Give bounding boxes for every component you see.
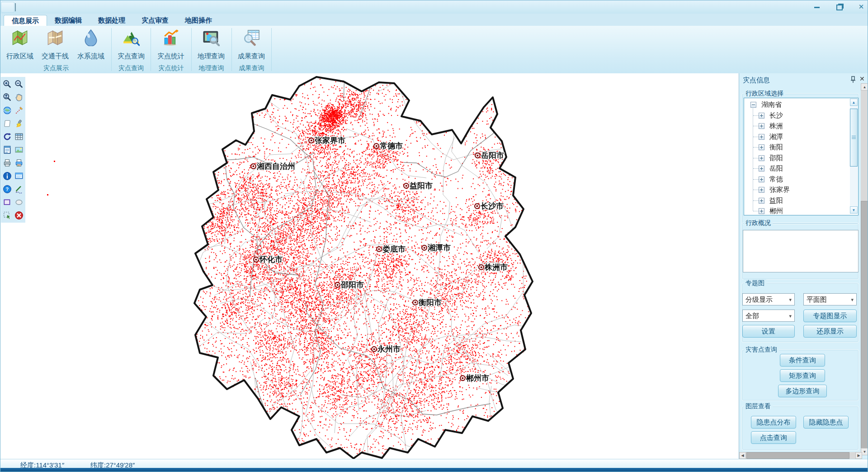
ribbon-group-label-灾点统计: 灾点统计 (152, 63, 190, 72)
tree-item-张家界[interactable]: 张家界 (744, 184, 848, 195)
minimize-button[interactable] (809, 2, 825, 12)
page-tool[interactable] (3, 119, 13, 129)
rect-shape-tool[interactable] (3, 198, 13, 208)
overview-textarea[interactable] (743, 230, 859, 272)
city-marker-衡阳市 (412, 300, 418, 305)
thematic-show-button[interactable]: 专题图显示 (803, 310, 857, 322)
ribbon-group-separator (151, 28, 151, 71)
zoom-out-icon (14, 80, 24, 89)
city-label-长沙市: 长沙市 (481, 201, 504, 211)
admin-region-icon (11, 29, 28, 46)
tree-item-长沙[interactable]: 长沙 (744, 110, 848, 121)
city-marker-郴州市 (460, 375, 466, 381)
ribbon-button-行政区域[interactable]: 行政区域 (3, 27, 37, 62)
ribbon-button-水系流域[interactable]: 水系流域 (74, 27, 108, 62)
tree-item-邵阳[interactable]: 邵阳 (744, 153, 848, 163)
panel-vertical-scrollbar[interactable]: ▲ ▼ (861, 83, 868, 455)
panel-title: 灾点信息 (743, 76, 770, 85)
title-bar: ✕ (0, 0, 868, 14)
zoom-out-tool[interactable] (14, 80, 24, 90)
restore-button[interactable] (832, 2, 847, 12)
doc-list-tool[interactable] (3, 145, 13, 155)
ribbon-button-灾点统计[interactable]: 灾点统计 (154, 27, 188, 62)
ribbon-group-label-灾点展示: 灾点展示 (2, 63, 110, 72)
ribbon: 行政区域交通干线水系流域灾点展示灾点查询灾点查询灾点统计灾点统计地理查询地理查询… (0, 26, 868, 74)
close-button[interactable]: ✕ (854, 2, 868, 12)
image-tool[interactable] (14, 145, 24, 155)
panel-close-icon[interactable]: ✕ (859, 75, 865, 82)
ribbon-group-separator (111, 28, 112, 71)
ellipse-shape-tool[interactable] (14, 198, 24, 208)
close-red-tool[interactable] (14, 211, 24, 221)
printer-tool[interactable] (3, 158, 13, 168)
pan-tool[interactable] (14, 93, 24, 103)
tree-item-株洲[interactable]: 株洲 (744, 120, 848, 131)
refresh-tool[interactable] (3, 132, 13, 142)
tree-item-湘潭[interactable]: 湘潭 (744, 131, 848, 142)
close-red-icon (14, 211, 24, 220)
ribbon-button-交通干线[interactable]: 交通干线 (38, 27, 72, 62)
map-tool-palette: ? (1, 77, 25, 223)
city-marker-常德市 (373, 143, 379, 149)
thematic-scope-select[interactable]: 全部▾ (742, 310, 795, 322)
zoom-extent-tool[interactable] (3, 93, 13, 103)
thematic-mode-select[interactable]: 分级显示▾ (742, 293, 795, 305)
tab-数据编辑[interactable]: 数据编辑 (47, 15, 90, 26)
ribbon-button-灾点查询[interactable]: 灾点查询 (114, 27, 148, 62)
window-icon (14, 172, 24, 181)
city-label-岳阳市: 岳阳市 (481, 150, 504, 161)
page-icon (3, 119, 12, 128)
polygon-query-button[interactable]: 多边形查询 (778, 385, 827, 397)
settings-button[interactable]: 设置 (742, 325, 795, 338)
panel-horizontal-scrollbar[interactable]: ◀ ▶ (739, 452, 862, 459)
rectangle-query-button[interactable]: 矩形查询 (780, 369, 825, 382)
pen-tool[interactable] (14, 185, 24, 195)
refresh-icon (3, 132, 12, 141)
measure-icon (14, 106, 24, 115)
city-label-常德市: 常德市 (380, 141, 403, 151)
tree-item-衡阳[interactable]: 衡阳 (744, 142, 848, 153)
table-icon (14, 132, 24, 141)
disaster-stats-icon (162, 29, 179, 46)
brush-tool[interactable] (14, 119, 24, 129)
tree-item-益阳[interactable]: 益阳 (744, 195, 848, 206)
printer-color-tool[interactable] (14, 158, 24, 168)
tree-item-湖南省[interactable]: 湖南省 (744, 99, 848, 110)
restore-display-button[interactable]: 还原显示 (803, 325, 857, 338)
tree-scrollbar[interactable]: ▲ ▼ (850, 99, 858, 214)
map-canvas-area[interactable]: 张家界市常德市岳阳市湘西自治州益阳市长沙市娄底市湘潭市怀化市株洲市邵阳市衡阳市永… (0, 73, 739, 459)
app-menu-button[interactable] (1, 2, 14, 13)
brush-icon (14, 119, 24, 128)
tab-信息展示[interactable]: 信息展示 (4, 15, 47, 26)
city-label-湘西自治州: 湘西自治州 (257, 161, 295, 172)
tab-数据处理[interactable]: 数据处理 (90, 15, 133, 26)
hide-hazard-button[interactable]: 隐藏隐患点 (803, 416, 849, 429)
help-tool[interactable]: ? (3, 185, 13, 195)
globe-tool[interactable] (3, 106, 13, 116)
info-tool[interactable] (3, 172, 13, 181)
thematic-type-select[interactable]: 平面图▾ (803, 293, 857, 305)
tree-item-郴州[interactable]: 郴州 (744, 205, 848, 216)
window-tool[interactable] (14, 172, 24, 181)
result-query-icon (243, 29, 260, 46)
click-query-button[interactable]: 点击查询 (751, 431, 796, 444)
table-tool[interactable] (14, 132, 24, 142)
ribbon-button-地理查询[interactable]: 地理查询 (194, 27, 228, 62)
city-marker-岳阳市 (475, 153, 481, 158)
tree-item-常德[interactable]: 常德 (744, 174, 848, 185)
tree-item-岳阳[interactable]: 岳阳 (744, 163, 848, 174)
disaster-query-label: 灾害点查询 (744, 346, 779, 354)
tab-地图操作[interactable]: 地图操作 (177, 15, 220, 26)
hazard-distribution-button[interactable]: 隐患点分布 (751, 416, 796, 429)
help-icon: ? (3, 185, 12, 194)
condition-query-button[interactable]: 条件查询 (780, 354, 825, 367)
ribbon-button-成果查询[interactable]: 成果查询 (234, 27, 269, 62)
select-marquee-tool[interactable] (3, 211, 13, 221)
measure-tool[interactable] (14, 106, 24, 116)
ribbon-tab-bar: 信息展示数据编辑数据处理灾点审查地图操作 (0, 14, 868, 26)
city-marker-湘潭市 (421, 245, 427, 251)
zoom-in-tool[interactable] (3, 80, 13, 90)
city-marker-邵阳市 (335, 282, 340, 288)
tab-灾点审查[interactable]: 灾点审查 (134, 15, 176, 26)
pin-icon[interactable] (850, 76, 856, 83)
